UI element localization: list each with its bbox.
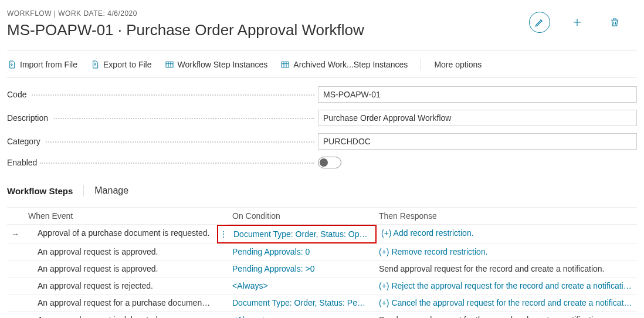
cell-when-event[interactable]: An approval request is delegated. [23, 312, 217, 318]
row-indicator [7, 261, 23, 278]
row-indicator [7, 295, 23, 312]
form: Code Description Category Enabled [7, 83, 637, 172]
more-options-button[interactable]: More options [434, 60, 482, 69]
row-menu-icon[interactable] [217, 243, 228, 261]
archived-step-instances-button[interactable]: Archived Work...Step Instances [280, 60, 408, 69]
cell-then-response[interactable]: (+) Add record restriction. [377, 225, 637, 243]
code-label: Code [7, 90, 318, 99]
table-row[interactable]: An approval request for a purchase docum… [7, 295, 637, 312]
more-options-label: More options [434, 60, 482, 69]
cell-on-condition[interactable]: Pending Approvals: >0 [228, 261, 374, 278]
new-button[interactable] [567, 12, 588, 33]
row-menu-icon[interactable] [217, 278, 228, 295]
manage-button[interactable]: Manage [94, 185, 128, 196]
row-menu-icon[interactable] [217, 261, 228, 278]
svg-rect-0 [166, 62, 173, 67]
description-label: Description [7, 113, 318, 123]
cell-then-response[interactable]: Send approval request for the record and… [374, 312, 637, 318]
cell-then-response[interactable]: Send approval request for the record and… [374, 261, 637, 278]
section-title-workflow-steps: Workflow Steps [7, 186, 73, 196]
pencil-icon [534, 17, 545, 28]
row-indicator [7, 243, 23, 261]
file-export-icon [90, 60, 100, 69]
cell-then-response[interactable]: (+) Reject the approval request for the … [374, 278, 637, 295]
workflow-steps-grid: When Event On Condition Then Response →A… [7, 207, 637, 318]
row-menu-icon[interactable]: ⋮ [218, 226, 229, 242]
table-row[interactable]: An approval request is approved.Pending … [7, 243, 637, 261]
category-field[interactable] [318, 133, 637, 150]
divider [7, 50, 637, 50]
file-import-icon [7, 60, 16, 69]
row-indicator: → [7, 225, 23, 243]
cell-then-response[interactable]: (+) Cancel the approval request for the … [374, 295, 637, 312]
description-field[interactable] [318, 110, 637, 126]
separator [83, 185, 84, 197]
page-title: MS-POAPW-01 · Purchase Order Approval Wo… [7, 21, 364, 39]
cell-when-event[interactable]: An approval request is approved. [23, 261, 217, 278]
archived-label: Archived Work...Step Instances [293, 60, 408, 69]
divider [7, 77, 637, 78]
cell-when-event[interactable]: Approval of a purchase document is reque… [23, 225, 217, 243]
cell-then-response[interactable]: (+) Remove record restriction. [374, 243, 637, 261]
delete-button[interactable] [604, 12, 625, 33]
cell-when-event[interactable]: An approval request is rejected. [23, 278, 217, 295]
table-row[interactable]: An approval request is delegated.<Always… [7, 312, 637, 318]
table-row[interactable]: An approval request is approved.Pending … [7, 261, 637, 278]
export-to-file-button[interactable]: Export to File [90, 60, 151, 69]
grid-header: When Event On Condition Then Response [7, 208, 637, 225]
plus-icon [572, 17, 582, 28]
row-menu-icon[interactable] [217, 295, 228, 312]
cell-on-condition[interactable]: Pending Approvals: 0 [228, 243, 374, 261]
cell-when-event[interactable]: An approval request is approved. [23, 243, 217, 261]
col-when-event[interactable]: When Event [23, 208, 217, 225]
import-label: Import from File [20, 60, 77, 69]
cell-on-condition[interactable]: Document Type: Order, Status: Pendin... [228, 295, 374, 312]
workflow-step-instances-button[interactable]: Workflow Step Instances [165, 60, 268, 69]
col-then-response[interactable]: Then Response [374, 208, 637, 225]
step-instances-label: Workflow Step Instances [178, 60, 268, 69]
col-on-condition[interactable]: On Condition [228, 208, 374, 225]
action-toolbar: Import from File Export to File Workflow… [7, 55, 637, 77]
row-indicator [7, 278, 23, 295]
enabled-label: Enabled [7, 158, 318, 167]
breadcrumb: WORKFLOW | WORK DATE: 4/6/2020 [7, 9, 364, 18]
svg-rect-1 [282, 62, 289, 67]
row-indicator [7, 312, 23, 318]
cell-on-condition[interactable]: <Always> [228, 312, 374, 318]
trash-icon [609, 17, 620, 28]
edit-button[interactable] [529, 12, 550, 33]
cell-on-condition[interactable]: <Always> [228, 278, 374, 295]
row-menu-icon[interactable] [217, 312, 228, 318]
separator [421, 59, 421, 70]
table-icon [165, 60, 174, 69]
table-row[interactable]: An approval request is rejected.<Always>… [7, 278, 637, 295]
cell-on-condition[interactable]: Document Type: Order, Status: Open, ... [229, 226, 375, 242]
enabled-toggle[interactable] [318, 157, 341, 168]
export-label: Export to File [103, 60, 151, 69]
cell-when-event[interactable]: An approval request for a purchase docum… [23, 295, 217, 312]
category-label: Category [7, 137, 318, 146]
code-field[interactable] [318, 86, 637, 103]
table-row[interactable]: →Approval of a purchase document is requ… [7, 225, 637, 243]
import-from-file-button[interactable]: Import from File [7, 60, 77, 69]
table-icon [280, 60, 290, 69]
